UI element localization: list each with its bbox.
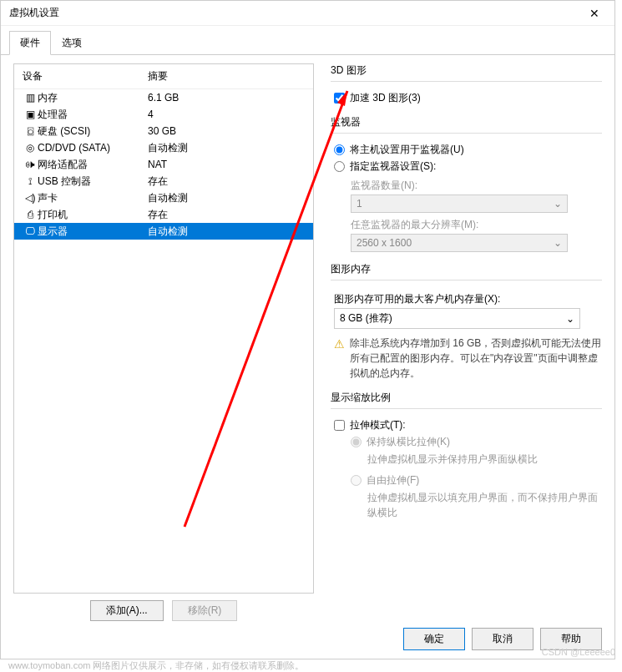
table-row[interactable]: ⟟USB 控制器存在 [14,173,313,189]
specify-radio[interactable]: 指定监视器设置(S): [334,159,602,174]
chevron-down-icon: ⌄ [554,237,562,249]
device-name: 网络适配器 [38,158,148,172]
monitor-count-value: 1 [357,198,362,210]
csdn-watermark: CSDN @Leeeee0 [542,647,615,657]
accel-3d-label: 加速 3D 图形(3) [350,91,421,105]
device-name: 显示器 [38,225,148,239]
device-summary: 6.1 GB [148,92,305,104]
tab-options[interactable]: 选项 [51,31,93,55]
device-summary: 自动检测 [148,191,305,205]
group-monitor-title: 监视器 [331,115,602,129]
group-scale-title: 显示缩放比例 [331,391,602,405]
device-icon: ▥ [23,92,38,104]
keep-ratio-desc: 拉伸虚拟机显示并保持用户界面纵横比 [367,452,602,467]
device-name: 打印机 [38,208,148,222]
device-summary: 自动检测 [148,225,305,239]
device-name: 内存 [38,91,148,105]
device-summary: 存在 [148,208,305,222]
group-3d-title: 3D 图形 [331,63,602,78]
group-gmem-title: 图形内存 [331,262,602,276]
device-icon: 🕪 [23,159,38,170]
cancel-button[interactable]: 取消 [472,628,534,650]
keep-ratio-label: 保持纵横比拉伸(K) [367,435,450,449]
keep-ratio-input [351,437,362,447]
table-row[interactable]: ▣处理器4 [14,106,313,123]
gmem-warning: 除非总系统内存增加到 16 GB，否则虚拟机可能无法使用所有已配置的图形内存。可… [350,336,602,381]
hw-header: 设备 摘要 [14,64,313,89]
free-stretch-radio: 自由拉伸(F) [351,473,602,488]
close-icon[interactable]: ✕ [583,7,606,20]
add-button[interactable]: 添加(A)... [90,600,164,621]
specify-label: 指定监视器设置(S): [350,159,436,174]
ok-button[interactable]: 确定 [403,628,465,650]
device-summary: 自动检测 [148,141,305,155]
footer-watermark: www.toymoban.com 网络图片仅供展示，非存储，如有侵权请联系删除。 [8,659,304,672]
device-name: USB 控制器 [38,174,148,189]
tabs: 硬件 选项 [1,26,614,55]
stretch-label: 拉伸模式(T): [350,418,406,432]
table-row[interactable]: 🖵显示器自动检测 [14,223,313,240]
monitor-count-label: 监视器数量(N): [351,179,602,193]
gmem-select[interactable]: 8 GB (推荐) ⌄ [334,308,580,329]
gmem-value: 8 GB (推荐) [340,311,392,326]
hardware-list: ▥内存6.1 GB▣处理器4⌼硬盘 (SCSI)30 GB◎CD/DVD (SA… [14,89,313,593]
device-summary: NAT [148,159,305,170]
warning-icon: ⚠ [334,336,345,381]
device-icon: 🖵 [23,225,38,237]
accel-3d-input[interactable] [334,93,345,104]
device-name: 声卡 [38,191,148,205]
device-summary: 30 GB [148,125,305,137]
table-row[interactable]: ⎙打印机存在 [14,206,313,223]
use-host-input[interactable] [334,144,345,155]
monitor-count-select: 1 ⌄ [351,195,568,213]
device-name: 硬盘 (SCSI) [38,124,148,139]
use-host-radio[interactable]: 将主机设置用于监视器(U) [334,143,602,157]
chevron-down-icon[interactable]: ⌄ [566,313,574,325]
gmem-label: 图形内存可用的最大客户机内存量(X): [334,292,602,306]
table-row[interactable]: ⌼硬盘 (SCSI)30 GB [14,123,313,139]
device-icon: ◁) [23,192,38,204]
device-icon: ⎙ [23,209,38,220]
free-stretch-desc: 拉伸虚拟机显示以填充用户界面，而不保持用户界面纵横比 [367,490,602,520]
device-icon: ▣ [23,109,38,120]
table-row[interactable]: ◁)声卡自动检测 [14,189,313,206]
maxres-value: 2560 x 1600 [357,237,412,249]
device-name: CD/DVD (SATA) [38,142,148,154]
maxres-label: 任意监视器的最大分辨率(M): [351,218,602,232]
device-icon: ◎ [23,142,38,154]
device-summary: 存在 [148,174,305,189]
table-row[interactable]: 🕪网络适配器NAT [14,156,313,173]
table-row[interactable]: ▥内存6.1 GB [14,89,313,106]
device-icon: ⟟ [23,175,38,187]
free-stretch-label: 自由拉伸(F) [367,473,419,488]
accel-3d-checkbox[interactable]: 加速 3D 图形(3) [334,91,602,105]
maxres-select: 2560 x 1600 ⌄ [351,234,568,252]
specify-input[interactable] [334,161,345,172]
device-name: 处理器 [38,108,148,122]
keep-ratio-radio: 保持纵横比拉伸(K) [351,435,602,449]
remove-button[interactable]: 移除(R) [172,600,238,621]
col-summary: 摘要 [148,69,168,83]
table-row[interactable]: ◎CD/DVD (SATA)自动检测 [14,139,313,156]
tab-hardware[interactable]: 硬件 [9,31,51,55]
free-stretch-input [351,475,362,486]
device-summary: 4 [148,109,305,120]
stretch-checkbox[interactable]: 拉伸模式(T): [334,418,602,432]
chevron-down-icon: ⌄ [554,198,562,210]
stretch-input[interactable] [334,420,345,431]
device-icon: ⌼ [23,125,38,137]
use-host-label: 将主机设置用于监视器(U) [350,143,464,157]
window-title: 虚拟机设置 [9,6,583,20]
col-device: 设备 [23,69,148,83]
